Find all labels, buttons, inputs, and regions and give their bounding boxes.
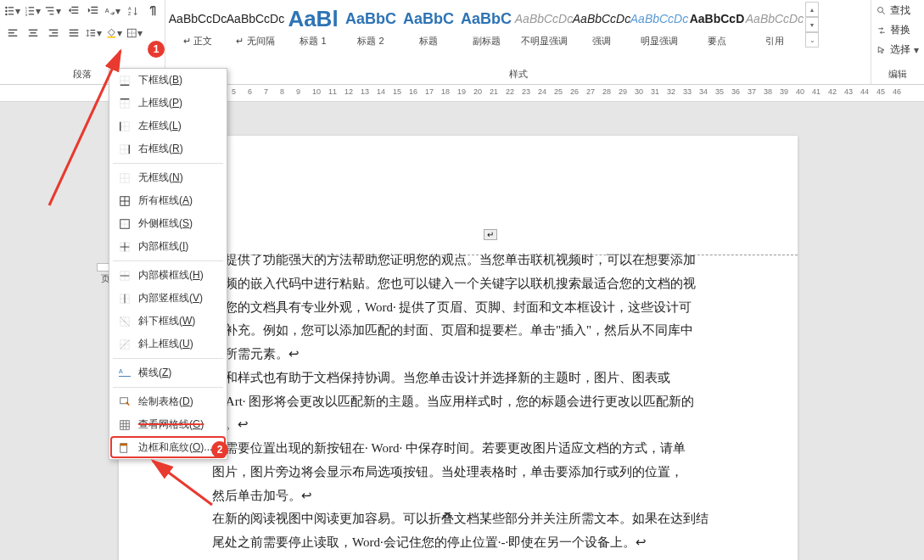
left-icon	[118, 120, 132, 133]
menu-item-left[interactable]: 左框线(L)	[109, 115, 227, 137]
align-justify-button[interactable]	[64, 24, 83, 42]
menu-item-dialog[interactable]: 边框和底纹(O)...	[109, 436, 227, 459]
svg-rect-3	[8, 10, 14, 11]
show-marks-button[interactable]	[143, 2, 161, 20]
svg-rect-5	[8, 14, 14, 14]
hr-icon: A	[118, 367, 132, 380]
dialog-icon	[118, 441, 132, 455]
menu-item-outside[interactable]: 外侧框线(S)	[109, 212, 227, 235]
document-text[interactable]: 频提供了功能强大的方法帮助您证明您的观点。当您单击联机视频时，可以在想要添加视频…	[212, 249, 779, 560]
style-[interactable]: AaBbCcD要点	[688, 2, 746, 51]
grid-icon	[118, 418, 132, 432]
style-[interactable]: AaBbCcDc不明显强调	[515, 2, 573, 51]
align-left-button[interactable]	[3, 24, 22, 42]
svg-point-2	[5, 10, 7, 12]
menu-item-iv[interactable]: 内部竖框线(V)	[109, 287, 227, 310]
svg-rect-26	[8, 36, 18, 36]
align-center-button[interactable]	[24, 24, 42, 42]
style-[interactable]: AaBbCcDc↵ 无间隔	[227, 2, 284, 51]
style-[interactable]: AaBbCcDc明显强调	[630, 2, 688, 51]
menu-item-top[interactable]: 上框线(P)	[109, 92, 227, 115]
align-right-button[interactable]	[44, 24, 63, 42]
menu-item-label: 横线(Z)	[138, 366, 218, 380]
svg-rect-37	[91, 32, 96, 33]
ih-icon	[118, 269, 132, 283]
select-button[interactable]: 选择 ▾	[876, 41, 919, 59]
multilevel-list-button[interactable]: ▾	[44, 2, 63, 20]
menu-item-label: 内部框线(I)	[138, 239, 218, 254]
svg-rect-1	[8, 7, 14, 8]
style-[interactable]: AaBbC副标题	[457, 2, 515, 51]
menu-item-diag2: 斜上框线(U)	[109, 333, 227, 356]
svg-rect-36	[91, 30, 96, 31]
svg-rect-34	[70, 32, 79, 33]
find-button[interactable]: 查找	[876, 2, 919, 20]
style-scroll-btn[interactable]: ▴	[805, 2, 819, 17]
menu-item-label: 外侧框线(S)	[138, 216, 218, 231]
menu-item-label: 查看网格线(G)	[138, 417, 218, 432]
style-1[interactable]: AaBl标题 1	[284, 2, 342, 51]
bullets-button[interactable]: ▾	[3, 2, 22, 20]
svg-line-44	[882, 11, 885, 14]
top-icon	[118, 97, 132, 110]
borders-dropdown-menu: 下框线(B)上框线(P)左框线(L)右框线(R)无框线(N)所有框线(A)外侧框…	[109, 68, 227, 460]
svg-point-43	[878, 7, 883, 12]
menu-item-label: 斜下框线(W)	[138, 314, 218, 328]
menu-item-hr[interactable]: A横线(Z)	[109, 361, 227, 384]
menu-item-draw[interactable]: 绘制表格(D)	[109, 390, 227, 413]
diag1-icon	[118, 315, 132, 328]
menu-item-label: 左框线(L)	[138, 119, 218, 133]
svg-rect-104	[120, 443, 127, 445]
text-direction-button[interactable]: A▾	[104, 2, 122, 20]
style-scroll-btn[interactable]: ▾	[805, 17, 819, 32]
sort-button[interactable]: AZ	[124, 2, 142, 20]
draw-icon	[118, 395, 132, 409]
menu-item-label: 右框线(R)	[138, 142, 218, 156]
shading-button[interactable]: ▾	[105, 24, 124, 42]
menu-item-none[interactable]: 无框线(N)	[109, 166, 227, 189]
svg-rect-19	[91, 9, 98, 10]
numbering-button[interactable]: 123▾	[24, 2, 42, 20]
svg-rect-14	[50, 14, 54, 14]
svg-rect-7	[29, 7, 34, 8]
menu-item-label: 绘制表格(D)	[138, 395, 218, 409]
menu-item-label: 边框和底纹(O)...	[138, 440, 218, 455]
replace-label: 替换	[890, 23, 910, 37]
svg-text:3: 3	[25, 13, 28, 17]
svg-text:A: A	[105, 8, 109, 14]
menu-item-ih[interactable]: 内部横框线(H)	[109, 264, 227, 287]
style-[interactable]: AaBbC标题	[400, 2, 457, 51]
svg-rect-38	[91, 35, 96, 36]
menu-item-bottom[interactable]: 下框线(B)	[109, 69, 227, 92]
right-icon	[118, 143, 132, 156]
svg-rect-24	[8, 30, 18, 31]
all-icon	[118, 194, 132, 208]
diag2-icon	[118, 338, 132, 351]
svg-rect-29	[29, 36, 38, 36]
increase-indent-button[interactable]	[84, 2, 102, 20]
svg-rect-98	[120, 420, 130, 429]
borders-button[interactable]: ▾	[126, 24, 144, 42]
menu-item-all[interactable]: 所有框线(A)	[109, 189, 227, 212]
select-label: 选择	[890, 42, 910, 57]
svg-rect-28	[31, 32, 36, 33]
svg-rect-27	[29, 30, 38, 31]
style-scroll-btn[interactable]: ⌄	[805, 32, 819, 48]
menu-item-label: 下框线(B)	[138, 73, 218, 87]
svg-rect-17	[71, 13, 78, 14]
style-2[interactable]: AaBbC标题 2	[342, 2, 400, 51]
line-spacing-button[interactable]: ▾	[85, 24, 104, 42]
style-[interactable]: AaBbCcDc强调	[573, 2, 630, 51]
style-[interactable]: AaBbCcDc↵ 正文	[169, 2, 227, 51]
decrease-indent-button[interactable]	[64, 2, 82, 20]
menu-item-grid[interactable]: 查看网格线(G)	[109, 413, 227, 436]
replace-button[interactable]: 替换	[876, 21, 919, 39]
menu-item-inside[interactable]: 内部框线(I)	[109, 235, 227, 258]
menu-item-label: 上框线(P)	[138, 96, 218, 110]
menu-item-right[interactable]: 右框线(R)	[109, 137, 227, 160]
svg-rect-9	[29, 10, 34, 11]
annotation-circle-1: 1	[148, 41, 165, 58]
inside-icon	[118, 240, 132, 254]
style-[interactable]: AaBbCcDc引用	[746, 2, 804, 51]
svg-text:A: A	[119, 368, 123, 374]
